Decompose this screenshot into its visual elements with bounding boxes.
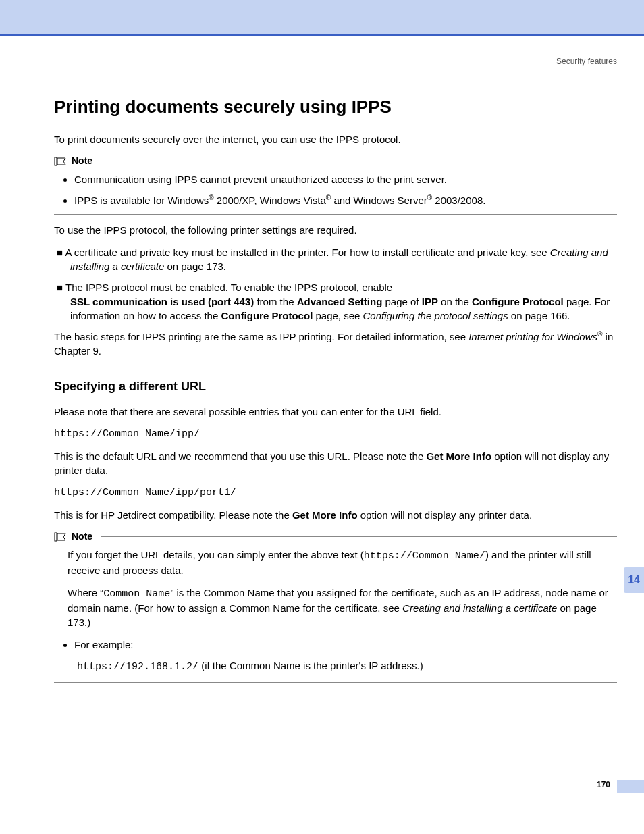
text: If you forget the URL details, you can s…	[68, 549, 364, 561]
text: The IPPS protocol must be enabled. To en…	[65, 282, 392, 293]
text: This is the default URL and we recommend…	[54, 450, 426, 462]
text: 2003/2008.	[432, 194, 485, 206]
paragraph: This is for HP Jetdirect compatibility. …	[54, 508, 617, 522]
bold: Get More Info	[426, 450, 491, 462]
note-box-2: Note If you forget the URL details, you …	[54, 530, 617, 683]
text: page, see	[313, 310, 363, 321]
url-example-1: https://Common Name/ipp/	[54, 427, 617, 441]
text: option will not display any printer data…	[358, 509, 532, 521]
code: https://Common Name/	[364, 550, 485, 562]
text: (if the Common Name is the printer's IP …	[198, 660, 423, 671]
example-label: For example:	[74, 637, 617, 652]
text: and Windows Server	[331, 194, 427, 206]
bullet-1: A certificate and private key must be in…	[57, 245, 617, 273]
text: on page 166.	[508, 310, 570, 321]
note-box-1: Note Communication using IPPS cannot pre…	[54, 155, 617, 215]
note-rule-bottom	[54, 682, 617, 683]
note-label: Note	[72, 530, 92, 544]
bold: Configure Protocol	[472, 296, 564, 307]
text: on page 173.	[164, 261, 226, 272]
page-content: Security features Printing documents sec…	[0, 36, 644, 704]
paragraph: This is the default URL and we recommend…	[54, 449, 617, 477]
svg-rect-1	[55, 533, 57, 541]
chapter-tab: 14	[624, 567, 644, 593]
bold: Advanced Setting	[297, 296, 383, 307]
paragraph: Please note that there are several possi…	[54, 405, 617, 419]
paragraph: To use the IPPS protocol, the following …	[54, 223, 617, 237]
text: Internet printing for Windows	[468, 331, 597, 342]
section-header: Security features	[54, 56, 617, 68]
note2-p2: Where “Common Name” is the Common Name t…	[68, 585, 617, 629]
paragraph: The basic steps for IPPS printing are th…	[54, 330, 617, 358]
text: on the	[438, 296, 472, 307]
text: Where “	[68, 587, 103, 598]
pencil-icon	[54, 531, 68, 542]
code: https://192.168.1.2/	[77, 661, 198, 673]
code: Common Name	[103, 588, 170, 600]
text: from the	[254, 296, 296, 307]
svg-rect-0	[55, 157, 57, 165]
note-label: Note	[72, 155, 92, 168]
subheading: Specifying a different URL	[54, 378, 617, 395]
page-title: Printing documents securely using IPPS	[54, 95, 617, 119]
bold: IPP	[422, 296, 438, 307]
bold: SSL communication is used (port 443)	[70, 296, 254, 307]
note-rule	[101, 161, 617, 161]
example-line: https://192.168.1.2/ (if the Common Name…	[68, 658, 617, 674]
text: IPPS is available for Windows	[74, 194, 209, 206]
text: The basic steps for IPPS printing are th…	[54, 331, 468, 342]
note1-item2: IPPS is available for Windows® 2000/XP, …	[74, 193, 617, 207]
text: This is for HP Jetdirect compatibility. …	[54, 509, 292, 521]
page-number-bar	[617, 780, 644, 793]
reg-mark: ®	[209, 194, 213, 201]
text: A certificate and private key must be in…	[65, 246, 549, 258]
requirements-list: A certificate and private key must be in…	[54, 245, 617, 323]
text: 2000/XP, Windows Vista	[214, 194, 326, 206]
xref: Configuring the protocol settings	[363, 310, 508, 321]
intro-paragraph: To print documents securely over the int…	[54, 132, 617, 147]
pencil-icon	[54, 156, 68, 167]
xref: Internet printing for Windows®	[468, 331, 602, 342]
bold: Configure Protocol	[221, 310, 313, 321]
bullet-2: The IPPS protocol must be enabled. To en…	[57, 280, 617, 323]
page-number: 170	[597, 780, 610, 789]
note-rule	[101, 536, 617, 537]
url-example-2: https://Common Name/ipp/port1/	[54, 486, 617, 500]
text: page of	[382, 296, 421, 307]
xref: Creating and installing a certificate	[402, 602, 557, 614]
top-bar	[0, 0, 644, 36]
note-rule-bottom	[54, 214, 617, 215]
note1-item1: Communication using IPPS cannot prevent …	[74, 172, 617, 186]
note2-p1: If you forget the URL details, you can s…	[68, 548, 617, 577]
bold: Get More Info	[292, 509, 358, 521]
